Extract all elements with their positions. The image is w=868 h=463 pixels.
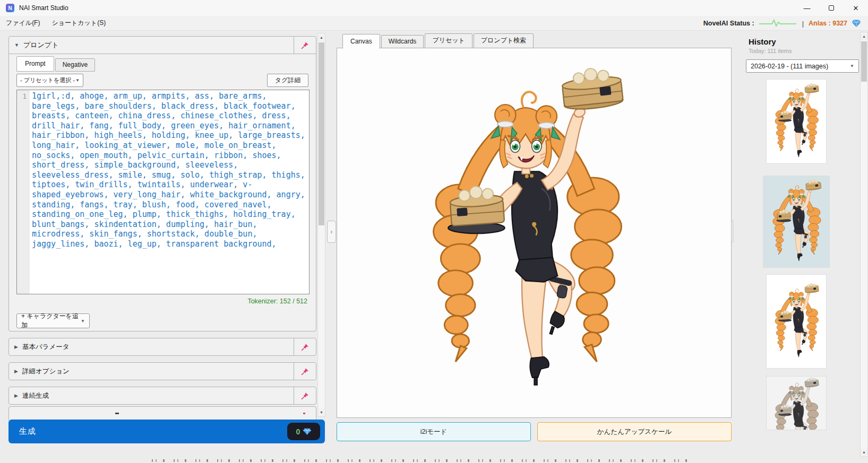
tab-preset[interactable]: プリセット: [425, 33, 472, 48]
scroll-up-button[interactable]: ▲: [861, 32, 867, 40]
left-panel-collapse-handle[interactable]: ‹: [327, 221, 336, 243]
history-thumb-1[interactable]: [767, 80, 826, 163]
collapse-closed-icon: ▶: [14, 393, 18, 398]
chevron-down-icon: ▼: [81, 319, 85, 324]
clipped-text-fragment: [115, 413, 119, 414]
scroll-down-button[interactable]: ▼: [861, 449, 867, 457]
section-advanced-options[interactable]: ▶ 詳細オプション: [8, 362, 316, 380]
history-thumb-4[interactable]: [767, 377, 826, 430]
prompt-tab-bar: Prompt Negative: [16, 57, 96, 72]
canvas-area: [337, 48, 732, 418]
editor-line-number: 1: [17, 90, 30, 294]
maximize-button[interactable]: [819, 0, 844, 16]
status-pulse-icon: [759, 19, 797, 28]
scrollbar-thumb[interactable]: [861, 41, 867, 82]
section-basic-params-label: 基本パラメータ: [22, 343, 70, 352]
maximize-icon: [829, 5, 834, 11]
prompt-panel-title: プロンプト: [23, 40, 59, 50]
novelai-status-label: NovelAI Status :: [703, 20, 754, 27]
generate-cost-badge: 0: [287, 423, 320, 440]
collapse-closed-icon: ▶: [14, 344, 18, 350]
pin-button[interactable]: [294, 338, 316, 355]
scrollbar-thumb[interactable]: [319, 42, 324, 225]
title-bar: N NAI Smart Studio — ✕: [0, 0, 868, 16]
add-character-label: + キャラクターを追加: [21, 312, 81, 330]
history-thumb-3[interactable]: [767, 275, 826, 368]
tab-canvas[interactable]: Canvas: [342, 34, 380, 49]
add-character-button[interactable]: + キャラクターを追加 ▼: [16, 313, 90, 328]
i2i-mode-button[interactable]: i2iモード: [337, 422, 531, 441]
pin-icon: [301, 368, 309, 375]
left-panel-scrollbar: ▲ ▼: [317, 33, 325, 417]
clipped-bottom-text: [152, 459, 688, 462]
app-logo-icon: N: [6, 4, 14, 12]
history-thumb-2[interactable]: [763, 176, 829, 267]
menu-item-shortcut[interactable]: ショートカット(S): [46, 19, 111, 28]
anlas-gem-icon: [303, 428, 311, 435]
chevron-down-icon: ▼: [850, 64, 854, 68]
pin-button[interactable]: [294, 37, 316, 54]
status-separator: |: [802, 20, 804, 28]
prompt-text: 1girl,:d, ahoge, arm_up, armpits, ass, b…: [30, 90, 309, 294]
section-batch-generation-label: 連続生成: [22, 391, 49, 400]
preset-select-value: - プリセットを選択 -: [20, 76, 75, 84]
pin-button[interactable]: [294, 363, 316, 380]
history-date-select[interactable]: 2026-02-19 - (111 images) ▼: [746, 59, 859, 73]
collapse-open-icon: ▼: [14, 42, 19, 48]
pin-button[interactable]: [294, 387, 316, 404]
status-area: NovelAI Status : | Anlas : 9327: [703, 16, 861, 31]
history-date-value: 2026-02-19 - (111 images): [751, 63, 828, 70]
canvas-tab-bar: Canvas Wildcards プリセット プロンプト検索: [342, 33, 535, 48]
tokenizer-count: Tokenizer: 152 / 512: [247, 298, 307, 305]
section-batch-generation[interactable]: ▶ 連続生成: [8, 387, 316, 405]
tab-wildcards[interactable]: Wildcards: [381, 35, 424, 48]
prompt-panel: ▼ プロンプト Prompt Negative - プリセットを選択 - ▼ タ…: [8, 36, 316, 331]
history-subtitle: Today: 111 items: [749, 48, 792, 54]
generate-button-label: 生成: [19, 426, 36, 436]
pin-icon: [301, 343, 309, 351]
pin-icon: [301, 392, 309, 400]
history-title: History: [749, 37, 776, 46]
easy-upscale-button[interactable]: かんたんアップスケール: [537, 422, 732, 441]
close-button[interactable]: ✕: [844, 0, 868, 16]
prompt-panel-header[interactable]: ▼ プロンプト: [9, 37, 316, 54]
tab-prompt-search[interactable]: プロンプト検索: [474, 33, 534, 48]
tab-negative[interactable]: Negative: [55, 58, 95, 72]
tab-prompt[interactable]: Prompt: [16, 56, 54, 72]
scroll-up-button[interactable]: ▲: [318, 33, 325, 41]
scroll-down-button[interactable]: ▼: [318, 408, 325, 416]
generate-cost-count: 0: [296, 427, 300, 436]
section-advanced-options-label: 詳細オプション: [22, 367, 70, 376]
history-scrollbar: ▲ ▼: [860, 32, 868, 457]
clipped-pin-fragment: [303, 413, 305, 414]
minimize-button[interactable]: —: [795, 0, 819, 16]
collapse-closed-icon: ▶: [14, 369, 18, 374]
preset-select[interactable]: - プリセットを選択 - ▼: [16, 74, 83, 87]
anlas-gem-icon: [852, 20, 861, 27]
menu-bar: ファイル(F) ショートカット(S) NovelAI Status : | An…: [0, 16, 868, 31]
generated-image: [397, 50, 655, 415]
menu-item-file[interactable]: ファイル(F): [0, 19, 46, 28]
chevron-down-icon: ▼: [75, 78, 80, 83]
section-basic-params[interactable]: ▶ 基本パラメータ: [8, 338, 316, 356]
tag-detail-button[interactable]: タグ詳細: [267, 74, 308, 87]
prompt-editor[interactable]: 1 1girl,:d, ahoge, arm_up, armpits, ass,…: [16, 90, 310, 294]
window-title: NAI Smart Studio: [19, 4, 68, 12]
anlas-label: Anlas : 9327: [809, 20, 847, 27]
generate-button[interactable]: 生成 0: [8, 420, 325, 443]
pin-icon: [301, 41, 309, 49]
